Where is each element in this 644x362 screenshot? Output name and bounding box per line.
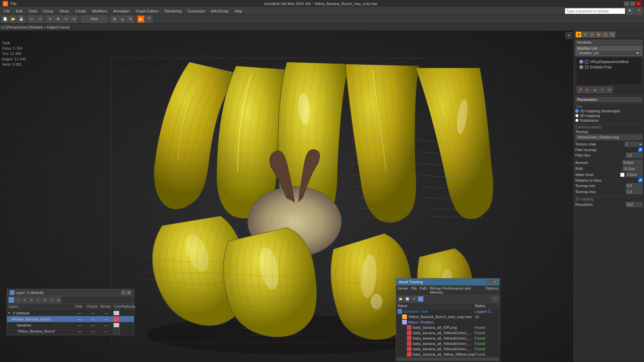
asset-menu-server[interactable]: Server (397, 286, 408, 294)
pin-stack-btn[interactable]: 📌 (577, 86, 583, 93)
menu-file[interactable]: File (1, 8, 13, 14)
menu-tools[interactable]: Tools (26, 8, 40, 14)
asset-menu-path[interactable]: Path (420, 286, 427, 294)
hierarchy-tab[interactable]: H (589, 32, 595, 38)
make-unique-btn[interactable]: ◈ (591, 86, 598, 93)
show-end-result-btn[interactable]: ◎ (584, 86, 591, 93)
save-btn[interactable]: 💾 (17, 15, 25, 23)
filter-texmap-check[interactable] (638, 147, 643, 152)
asset-menu-bitmap[interactable]: Bitmap Performance and Memory (430, 286, 483, 294)
create-tab[interactable]: ★ (576, 32, 582, 38)
ref-coord-btn[interactable]: View (81, 15, 108, 23)
layer-delete-btn[interactable]: ✕ (22, 297, 28, 303)
menu-views[interactable]: Views (57, 8, 72, 14)
asset-tool-1[interactable]: 📁 (397, 296, 404, 302)
motion-tab[interactable]: ▶ (596, 32, 602, 38)
layer-color-swatch[interactable] (113, 329, 119, 334)
texture-chan-up[interactable]: ▲ (639, 142, 643, 146)
layer-row[interactable]: ▼ 0 (default) — — — (7, 310, 134, 316)
maximize-viewport-btn[interactable]: ⊞ (566, 32, 572, 39)
open-btn[interactable]: 📂 (9, 15, 17, 23)
pct-snap-btn[interactable]: % (127, 15, 134, 23)
asset-row[interactable]: baby_banana_all_Yellow&Green_Gloss.png F… (396, 336, 499, 341)
menu-maxscript[interactable]: MAXScript (208, 8, 231, 14)
asset-min-btn[interactable]: _ (487, 280, 491, 284)
texmap-max-input[interactable] (626, 189, 643, 194)
menu-modifiers[interactable]: Modifiers (90, 8, 110, 14)
asset-menu-options[interactable]: Options (485, 286, 498, 294)
modifier-enable-check[interactable] (585, 60, 589, 64)
menu-customize[interactable]: Customize (185, 8, 208, 14)
menu-create[interactable]: Create (72, 8, 89, 14)
water-level-check[interactable] (620, 173, 625, 177)
resolution-input[interactable] (626, 202, 643, 207)
minimize-btn[interactable]: — (624, 1, 629, 6)
search-btn[interactable]: 🔍 (627, 7, 634, 15)
render-scene-btn[interactable]: 🎬 (145, 15, 153, 23)
menu-edit[interactable]: Edit (13, 8, 25, 14)
amount-input[interactable] (623, 160, 643, 165)
layer-row[interactable]: ▶ Yellow_Banana_Bunch — — — (7, 316, 134, 322)
layer-color-swatch[interactable] (113, 311, 119, 315)
remove-modifier-btn[interactable]: ✕ (599, 86, 605, 93)
2d-mapping-radio[interactable]: 2D mapping (landscape) (575, 109, 643, 113)
asset-tool-help[interactable]: ? (492, 296, 498, 302)
subdivision-radio-input[interactable] (575, 119, 579, 122)
texmap-value[interactable]: YellowsGreen_Displace.png (575, 134, 643, 140)
viewport-controls[interactable]: ⊞ (566, 32, 572, 39)
menu-group[interactable]: Group (40, 8, 56, 14)
modifier-row[interactable]: Editable Poly (578, 64, 640, 70)
snap-btn[interactable]: ⊞ (111, 15, 118, 23)
layer-btn7[interactable]: ◈ (55, 297, 61, 303)
modify-tab[interactable]: ⚙ (582, 32, 588, 38)
move-btn[interactable]: ✥ (54, 15, 62, 23)
layer-help-btn[interactable]: ? (121, 290, 126, 295)
asset-row[interactable]: baby_banana_all_Yellow&Green_Normal.png … (396, 341, 499, 346)
layer-color-swatch[interactable] (113, 317, 119, 321)
asset-row[interactable]: baby_banana_all_Yellow_Diffuse.png Found (396, 352, 499, 357)
asset-row[interactable]: baby_banana_all_Yellow&Green_Reflect.png… (396, 346, 499, 352)
layer-close-btn[interactable]: ✕ (126, 290, 131, 295)
subdivision-radio[interactable]: Subdivision (575, 118, 643, 122)
select-btn[interactable]: ✦ (46, 15, 54, 23)
layer-new-btn[interactable]: + (15, 297, 21, 303)
asset-row[interactable]: baby_banana_all_IOR.png Found (396, 325, 499, 330)
layer-select-btn[interactable]: ▷ (35, 297, 41, 303)
asset-tool-4[interactable]: ≡ (418, 296, 424, 302)
render-btn[interactable]: ▶ (137, 15, 145, 23)
close-btn[interactable]: ✕ (636, 1, 641, 6)
asset-scrollbar[interactable] (396, 357, 499, 360)
2d-mapping-radio-input[interactable] (575, 109, 579, 113)
asset-row[interactable]: Yellow_Banana_Bunch_max_vray.max Ok (396, 314, 499, 319)
asset-menu-file[interactable]: File (411, 286, 417, 294)
3d-mapping-radio-input[interactable] (575, 114, 579, 117)
asset-close-btn[interactable]: ✕ (492, 280, 497, 284)
rotate-btn[interactable]: ↻ (62, 15, 70, 23)
layer-add-selected-btn[interactable]: ⊕ (29, 297, 35, 303)
utilities-tab[interactable]: 🔧 (609, 32, 615, 38)
angle-snap-btn[interactable]: ∡ (119, 15, 126, 23)
menu-graph-editors[interactable]: Graph Editors (133, 8, 161, 14)
modifier-list-dropdown[interactable]: Modifier List (577, 50, 641, 56)
search-input[interactable] (565, 8, 625, 14)
asset-row[interactable]: baby_banana_all_Yellow&Green_Displace.pn… (396, 330, 499, 336)
modifier-enable-check[interactable] (585, 65, 589, 69)
config-btn[interactable]: ⚙ (606, 86, 613, 93)
layer-settings-btn[interactable]: ⚙ (42, 297, 48, 303)
shift-input[interactable] (623, 166, 643, 171)
texmap-min-input[interactable] (626, 183, 643, 188)
help-btn[interactable]: ? (635, 7, 643, 15)
layer-btn6[interactable]: ≡ (49, 297, 55, 303)
scale-btn[interactable]: ⊡ (70, 15, 78, 23)
redo-btn[interactable]: ↪ (36, 15, 43, 23)
water-level-input[interactable] (626, 172, 643, 177)
display-tab[interactable]: ◎ (602, 32, 608, 38)
modifier-row[interactable]: VRayDisplacementMod (578, 59, 640, 64)
undo-btn[interactable]: ↩ (28, 15, 35, 23)
menu-help[interactable]: Help (232, 8, 245, 14)
asset-row[interactable]: Autodesk Vault Logged O... (396, 309, 499, 314)
asset-tool-2[interactable]: 🔄 (404, 296, 410, 302)
menu-animation[interactable]: Animation (111, 8, 132, 14)
maximize-btn[interactable]: □ (630, 1, 635, 6)
new-btn[interactable]: 📄 (1, 15, 9, 23)
